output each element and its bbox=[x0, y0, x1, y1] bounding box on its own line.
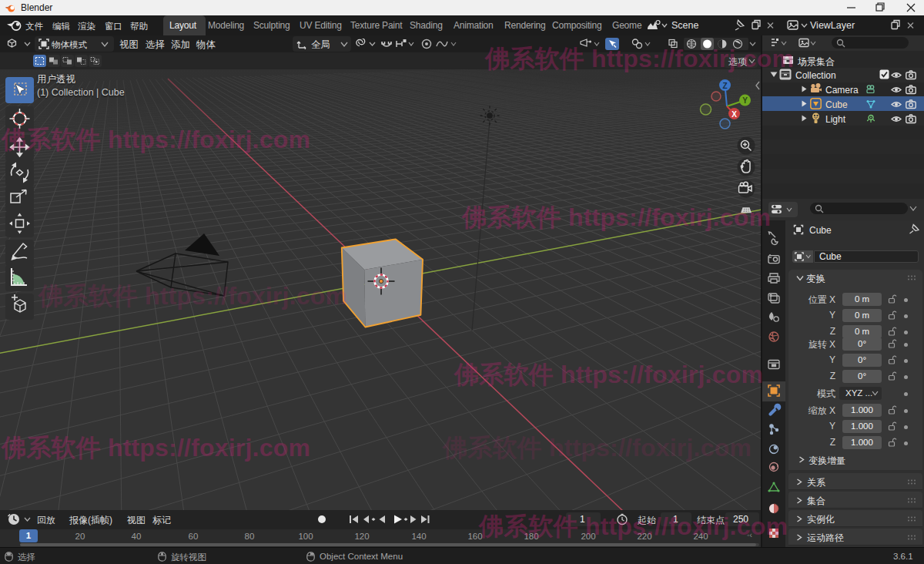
svg-text:Z: Z bbox=[722, 82, 727, 90]
svg-text:Y: Y bbox=[742, 96, 748, 105]
svg-text:X: X bbox=[732, 110, 737, 119]
